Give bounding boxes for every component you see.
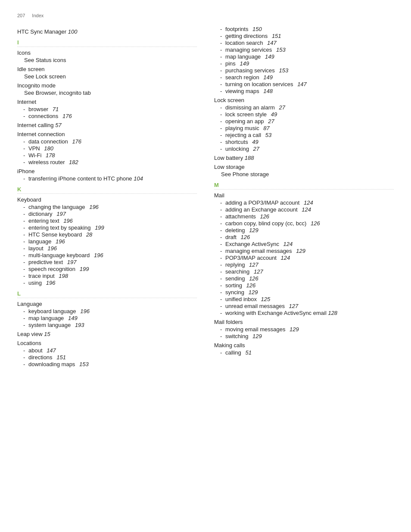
page-number: 207	[17, 13, 25, 18]
entry-title: Making calls	[214, 342, 394, 348]
entry-block: Internet connection- data connection 176…	[17, 131, 197, 165]
sub-entry: - adding an Exchange account 124	[214, 206, 394, 213]
entry-block: Locations- about 147- directions 151- do…	[17, 340, 197, 367]
sub-entry: - purchasing services 153	[214, 67, 394, 74]
sub-entry: - dictionary 197	[17, 211, 197, 217]
sub-entry: - searching 127	[214, 268, 394, 275]
sub-entry: - sending 126	[214, 275, 394, 282]
sub-entry: - connections 176	[17, 113, 197, 119]
sub-entry: - replying 127	[214, 261, 394, 268]
sub-entry: - POP3/IMAP account 124	[214, 255, 394, 261]
entry-block: Idle screenSee Lock screen	[17, 66, 197, 80]
sub-entry: - predictive text 197	[17, 259, 197, 265]
entry-block: Mail- adding a POP3/IMAP account 124- ad…	[214, 192, 394, 316]
section-letter-k: K	[17, 186, 197, 194]
entry-block: Language- keyboard language 196- map lan…	[17, 301, 197, 328]
entry-title: Icons	[17, 50, 197, 56]
sub-entry: - HTC Sense keyboard 28	[17, 231, 197, 238]
sub-entry: - location search 147	[214, 40, 394, 46]
sub-entry: - draft 126	[214, 234, 394, 240]
entry-title: Low battery 188	[214, 155, 394, 161]
sub-entry: - attachments 126	[214, 213, 394, 220]
sub-entry: - multi-language keyboard 196	[17, 252, 197, 258]
entry-title: Language	[17, 301, 197, 307]
sub-entry: - moving email messages 129	[214, 326, 394, 333]
sub-entry: See Status icons	[17, 57, 197, 63]
page-label: Index	[32, 13, 44, 18]
page-header: 207 Index	[17, 13, 394, 18]
sub-entry: - data connection 176	[17, 138, 197, 145]
sub-entry: - using 196	[17, 280, 197, 286]
entry-block: Incognito modeSee Browser, incognito tab	[17, 82, 197, 96]
sub-entry: - entering text by speaking 199	[17, 224, 197, 231]
sub-entry: - shortcuts 49	[214, 139, 394, 145]
entry-block: Leap view 15	[17, 331, 197, 337]
entry-block: Internet- browser 71- connections 176	[17, 99, 197, 119]
sub-entry: - managing email messages 129	[214, 248, 394, 254]
entry-title: Internet calling 57	[17, 122, 197, 128]
entry-title: Idle screen	[17, 66, 197, 72]
entry-title: Locations	[17, 340, 197, 346]
sub-entry: - getting directions 151	[214, 33, 394, 39]
sub-entry: - sorting 126	[214, 282, 394, 289]
sub-entry: - Exchange ActiveSync 124	[214, 241, 394, 247]
sub-entry: - unread email messages 127	[214, 303, 394, 309]
sub-entry: See Browser, incognito tab	[17, 90, 197, 96]
sub-entry: - unlocking 27	[214, 146, 394, 152]
sub-entry: - deleting 129	[214, 227, 394, 233]
sub-entry: See Phone storage	[214, 171, 394, 177]
sub-entry: See Lock screen	[17, 73, 197, 80]
sub-entry: - pins 149	[214, 60, 394, 67]
sub-entry: - managing services 153	[214, 47, 394, 53]
entry-title: Mail folders	[214, 319, 394, 325]
entry-title: Internet connection	[17, 131, 197, 137]
sub-entry: - changing the language 196	[17, 204, 197, 210]
sub-entry: - adding a POP3/IMAP account 124	[214, 199, 394, 206]
sub-entry: - wireless router 182	[17, 159, 197, 165]
entry-title: Leap view 15	[17, 331, 197, 337]
sub-entry: - viewing maps 148	[214, 88, 394, 94]
sub-entry: - speech recognition 199	[17, 266, 197, 272]
section-letter-l: L	[17, 290, 197, 298]
sub-entry: - about 147	[17, 347, 197, 354]
entry-title: Mail	[214, 192, 394, 199]
section-letter-i: I	[17, 39, 197, 47]
sub-entry: - footprints 150	[214, 26, 394, 32]
sub-entry: - switching 129	[214, 333, 394, 339]
sub-entry: - search region 149	[214, 74, 394, 81]
sub-entry: - map language 149	[17, 315, 197, 321]
sub-entry: - map language 149	[214, 53, 394, 60]
sub-entry: - VPN 180	[17, 145, 197, 152]
entry-block: iPhone- transferring iPhone content to H…	[17, 168, 197, 182]
entry-title: Incognito mode	[17, 82, 197, 89]
sub-entry: - browser 71	[17, 106, 197, 112]
sub-entry: - keyboard language 196	[17, 308, 197, 314]
entry-block: Keyboard- changing the language 196- dic…	[17, 196, 197, 286]
entry-block: Low storageSee Phone storage	[214, 164, 394, 177]
sub-entry: - working with Exchange ActiveSync email…	[214, 310, 394, 316]
section-letter-m: M	[214, 182, 394, 190]
sub-entry: - unified inbox 125	[214, 296, 394, 302]
sub-entry: - turning on location services 147	[214, 81, 394, 87]
entry-title: iPhone	[17, 168, 197, 174]
sub-entry: - Wi-Fi 178	[17, 152, 197, 159]
continuation-block: - footprints 150- getting directions 151…	[214, 26, 394, 94]
entry-block: IconsSee Status icons	[17, 50, 197, 63]
entry-block: Making calls- calling 51	[214, 342, 394, 356]
sub-entry: - lock screen style 49	[214, 111, 394, 118]
sub-entry: - entering text 196	[17, 218, 197, 224]
sub-entry: - rejecting a call 53	[214, 132, 394, 138]
sub-entry: - calling 51	[214, 349, 394, 356]
entry-title: Lock screen	[214, 97, 394, 103]
entry-block: Internet calling 57	[17, 122, 197, 128]
sub-entry: - directions 151	[17, 354, 197, 361]
sub-entry: - syncing 129	[214, 289, 394, 296]
entry-title: Keyboard	[17, 196, 197, 203]
entry-title: HTC Sync Manager 100	[17, 28, 197, 35]
sub-entry: - carbon copy, blind copy (cc, bcc) 126	[214, 220, 394, 227]
sub-entry: - transferring iPhone content to HTC pho…	[17, 175, 197, 182]
entry-title: Low storage	[214, 164, 394, 170]
sub-entry: - opening an app 27	[214, 118, 394, 124]
entry-block: Low battery 188	[214, 155, 394, 161]
entry-title: Internet	[17, 99, 197, 105]
